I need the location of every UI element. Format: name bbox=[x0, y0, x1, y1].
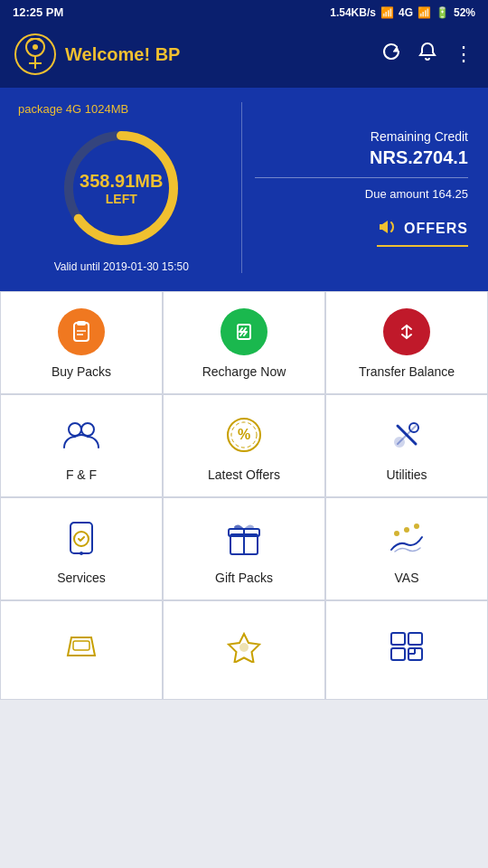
services-icon-wrap bbox=[58, 514, 105, 561]
circle-data-text: 358.91MB LEFT bbox=[80, 170, 163, 206]
ff-icon-wrap bbox=[58, 411, 105, 458]
grid-row-2: F & F % Latest Offers Utilit bbox=[0, 394, 488, 497]
buy-packs-label: Buy Packs bbox=[52, 364, 111, 379]
battery-icon: 🔋 bbox=[436, 6, 449, 19]
svg-point-29 bbox=[414, 524, 419, 529]
row4-item-1[interactable] bbox=[0, 600, 163, 700]
utilities-label: Utilities bbox=[386, 467, 427, 482]
notification-icon[interactable] bbox=[418, 42, 437, 67]
header-left: Welcome! BP bbox=[14, 33, 180, 75]
svg-rect-7 bbox=[77, 321, 86, 326]
ff-label: F & F bbox=[66, 467, 97, 482]
offers-label: OFFERS bbox=[404, 221, 468, 237]
grid-row-1: Buy Packs Recharge Now Transfer Balanc bbox=[0, 291, 488, 394]
grid-row-3: Services Gift Packs bbox=[0, 497, 488, 600]
header-title: Welcome! BP bbox=[65, 44, 180, 65]
battery-level: 52% bbox=[454, 6, 475, 19]
vertical-divider bbox=[241, 102, 242, 273]
svg-point-20 bbox=[395, 438, 404, 447]
row4-icon-3 bbox=[383, 623, 430, 670]
svg-point-22 bbox=[80, 552, 83, 555]
header-actions: ⋮ bbox=[381, 42, 474, 67]
row4-item-2[interactable] bbox=[163, 600, 325, 700]
valid-until: Valid until 2019-01-30 15:50 bbox=[54, 260, 189, 273]
grid-section: Buy Packs Recharge Now Transfer Balanc bbox=[0, 291, 488, 700]
data-section: package 4G 1024MB 358.91MB LEFT Valid un… bbox=[0, 88, 488, 291]
latest-offers-item[interactable]: % Latest Offers bbox=[163, 394, 325, 497]
gift-packs-item[interactable]: Gift Packs bbox=[163, 497, 325, 600]
credit-amount: NRS.2704.1 bbox=[370, 147, 468, 168]
status-icons: 1.54KB/s 📶 4G 📶 🔋 52% bbox=[330, 6, 475, 19]
svg-rect-35 bbox=[391, 648, 405, 660]
data-circle: 358.91MB LEFT bbox=[58, 125, 184, 251]
transfer-balance-label: Transfer Balance bbox=[359, 364, 455, 379]
horizontal-divider bbox=[255, 177, 469, 178]
signal-speed: 1.54KB/s bbox=[330, 6, 376, 19]
svg-point-13 bbox=[81, 423, 94, 436]
svg-rect-34 bbox=[408, 633, 422, 645]
row4-item-3[interactable] bbox=[325, 600, 488, 700]
package-label: package 4G 1024MB bbox=[14, 102, 128, 116]
data-left: package 4G 1024MB 358.91MB LEFT Valid un… bbox=[14, 102, 229, 273]
svg-point-28 bbox=[404, 527, 409, 533]
status-bar: 12:25 PM 1.54KB/s 📶 4G 📶 🔋 52% bbox=[0, 0, 488, 24]
services-label: Services bbox=[57, 571, 106, 585]
svg-point-27 bbox=[394, 531, 399, 536]
latest-offers-label: Latest Offers bbox=[208, 467, 280, 482]
svg-point-3 bbox=[33, 44, 38, 50]
remaining-label: Remaining Credit bbox=[371, 129, 468, 144]
grid-row-4 bbox=[0, 600, 488, 700]
row4-icon-2 bbox=[221, 623, 267, 670]
transfer-balance-item[interactable]: Transfer Balance bbox=[325, 291, 488, 394]
vas-icon-wrap bbox=[383, 514, 430, 561]
network-type: 📶 bbox=[380, 6, 394, 19]
ff-item[interactable]: F & F bbox=[0, 394, 163, 497]
header: Welcome! BP ⋮ bbox=[0, 24, 488, 88]
vas-label: VAS bbox=[395, 571, 419, 585]
buy-packs-icon-wrap bbox=[58, 308, 105, 355]
recharge-now-item[interactable]: Recharge Now bbox=[163, 291, 325, 394]
utilities-item[interactable]: Utilities bbox=[325, 394, 488, 497]
recharge-now-label: Recharge Now bbox=[202, 364, 286, 379]
offers-button[interactable]: OFFERS bbox=[377, 217, 468, 247]
transfer-balance-icon-wrap bbox=[383, 308, 430, 355]
vas-item[interactable]: VAS bbox=[325, 497, 488, 600]
mb-left-value: 358.91MB bbox=[80, 170, 163, 192]
svg-text:%: % bbox=[238, 427, 250, 442]
gift-packs-icon-wrap bbox=[221, 514, 267, 561]
svg-point-32 bbox=[239, 643, 249, 652]
svg-point-12 bbox=[69, 423, 81, 436]
network-label: 4G bbox=[399, 6, 413, 19]
signal-icon: 📶 bbox=[418, 6, 431, 19]
due-text: Due amount 164.25 bbox=[365, 187, 468, 201]
logo bbox=[14, 33, 56, 75]
svg-rect-30 bbox=[73, 641, 89, 650]
buy-packs-item[interactable]: Buy Packs bbox=[0, 291, 163, 394]
megaphone-icon bbox=[377, 217, 397, 241]
row4-icon-1 bbox=[58, 623, 105, 670]
status-time: 12:25 PM bbox=[13, 5, 63, 19]
latest-offers-icon-wrap: % bbox=[221, 411, 267, 458]
data-right: Remaining Credit NRS.2704.1 Due amount 1… bbox=[255, 102, 474, 273]
left-label: LEFT bbox=[80, 192, 163, 206]
more-icon[interactable]: ⋮ bbox=[454, 42, 474, 66]
svg-rect-33 bbox=[391, 633, 405, 645]
refresh-icon[interactable] bbox=[381, 42, 401, 67]
gift-packs-label: Gift Packs bbox=[215, 571, 273, 585]
utilities-icon-wrap bbox=[383, 411, 430, 458]
services-item[interactable]: Services bbox=[0, 497, 163, 600]
recharge-now-icon-wrap bbox=[221, 308, 267, 355]
